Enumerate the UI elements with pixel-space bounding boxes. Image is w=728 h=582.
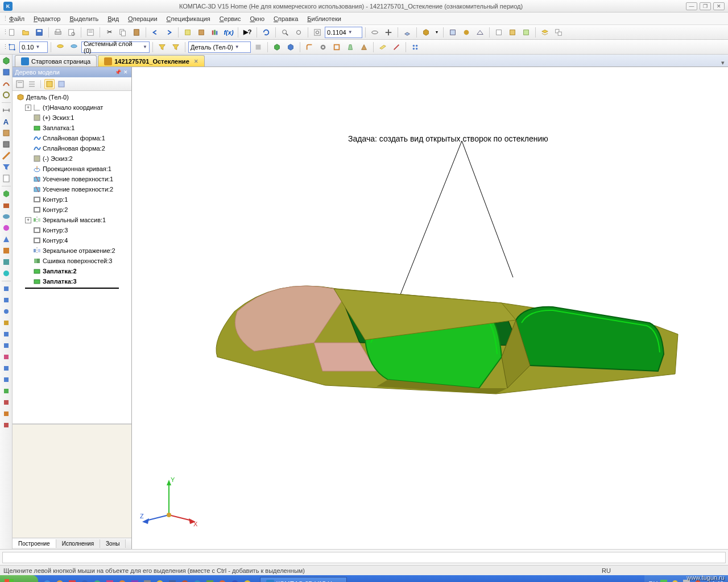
ql-ie-icon[interactable]	[42, 578, 53, 582]
ql-app4-icon[interactable]	[104, 578, 115, 582]
refresh-button[interactable]	[260, 26, 272, 39]
btab-zones[interactable]: Зоны	[100, 539, 126, 548]
preview-button[interactable]	[65, 26, 78, 39]
start-button[interactable]: пуск	[0, 575, 38, 582]
shade-drop-button[interactable]: ▼	[433, 26, 440, 39]
tree-item[interactable]: Сплайновая форма:1	[14, 133, 130, 143]
lt-s7-icon[interactable]	[1, 352, 11, 362]
layers-button[interactable]	[539, 26, 551, 39]
tray-icon-2[interactable]	[671, 579, 680, 582]
lt-op4-icon[interactable]	[1, 223, 11, 233]
lt-s10-icon[interactable]	[1, 386, 11, 396]
menu-help[interactable]: Справка	[269, 14, 303, 23]
menu-spec[interactable]: Спецификация	[162, 14, 215, 23]
lt-param-icon[interactable]	[1, 139, 11, 149]
lt-op8-icon[interactable]	[1, 268, 11, 278]
tree-root[interactable]: Деталь (Тел-0)	[14, 92, 130, 102]
lt-text-icon[interactable]: A	[1, 117, 11, 127]
tree-mode1-button[interactable]	[15, 79, 25, 89]
expand-icon[interactable]: +	[25, 217, 31, 223]
lt-op3-icon[interactable]	[1, 211, 11, 222]
tree-item[interactable]: +(т)Начало координат	[14, 102, 130, 113]
menu-select[interactable]: Выделить	[65, 14, 103, 23]
lt-s2-icon[interactable]	[1, 295, 11, 305]
ql-app12-icon[interactable]	[204, 578, 216, 582]
check-button[interactable]	[506, 26, 519, 39]
zoom-combo[interactable]: 0.1104▼	[325, 27, 362, 38]
part-combo[interactable]: Деталь (Тел-0)▼	[188, 41, 251, 53]
orientation-button[interactable]	[401, 26, 413, 39]
lt-s5-icon[interactable]	[1, 329, 11, 339]
extrude-button[interactable]	[271, 41, 283, 53]
layer-state-button[interactable]	[54, 41, 67, 53]
lt-measure-icon[interactable]	[1, 151, 11, 161]
menu-service[interactable]: Сервис	[215, 14, 246, 23]
copy-button[interactable]	[117, 26, 129, 39]
draft-button[interactable]	[344, 41, 357, 53]
maximize-button[interactable]: ❐	[700, 2, 711, 10]
tree-mode2-button[interactable]	[27, 79, 37, 89]
windows-button[interactable]	[552, 26, 565, 39]
help-button[interactable]: ▶?	[241, 26, 254, 39]
lt-s9-icon[interactable]	[1, 375, 11, 385]
menu-view[interactable]: Вид	[103, 14, 123, 23]
tree-item[interactable]: Контур:3	[14, 225, 130, 235]
ql-desktop-icon[interactable]	[54, 578, 65, 582]
tree-item[interactable]: Сшивка поверхностей:3	[14, 256, 130, 266]
ql-app14-icon[interactable]	[229, 578, 241, 582]
tree-item[interactable]: Проекционная кривая:1	[14, 164, 130, 174]
tree-item[interactable]: Усечение поверхности:1	[14, 174, 130, 184]
paste-button[interactable]	[130, 26, 143, 39]
lt-s1-icon[interactable]	[1, 284, 11, 294]
menu-file[interactable]: Файл	[5, 14, 29, 23]
var-button[interactable]: f(x)	[222, 26, 235, 39]
shell-button[interactable]	[330, 41, 343, 53]
info-button[interactable]	[520, 26, 532, 39]
taskbar-app[interactable]: КОМПАС-3D V15 Ho...	[260, 577, 348, 582]
lt-s12-icon[interactable]	[1, 409, 11, 419]
tree-item[interactable]: Контур:1	[14, 194, 130, 205]
ql-app5-icon[interactable]	[117, 578, 128, 582]
minimize-button[interactable]: —	[686, 2, 697, 10]
lt-filter-icon[interactable]	[1, 162, 11, 172]
simplify-button[interactable]	[460, 26, 473, 39]
tree-show1-button[interactable]	[44, 79, 55, 89]
step-combo[interactable]: 0.10▼	[19, 41, 48, 53]
lt-op1-icon[interactable]	[1, 189, 11, 199]
lt-aux-icon[interactable]	[1, 90, 11, 100]
tree-item[interactable]: (+) Эскиз:1	[14, 113, 130, 123]
zoom-dyn-button[interactable]	[292, 26, 305, 39]
plane-button[interactable]	[377, 41, 389, 53]
hole-button[interactable]	[317, 41, 329, 53]
tree-item[interactable]: Контур:4	[14, 235, 130, 246]
axis-button[interactable]	[390, 41, 403, 53]
menu-edit[interactable]: Редактор	[29, 14, 65, 23]
ql-app10-icon[interactable]	[179, 578, 191, 582]
ql-app2-icon[interactable]	[79, 578, 90, 582]
properties-button[interactable]	[84, 26, 97, 39]
undo-button[interactable]	[149, 26, 162, 39]
new-button[interactable]	[6, 26, 18, 39]
cut-button[interactable]: ✂	[103, 26, 115, 39]
tab-start-page[interactable]: Стартовая страница	[15, 55, 97, 66]
layer-color-button[interactable]	[68, 41, 80, 53]
tree-item[interactable]: Усечение поверхности:2	[14, 184, 130, 194]
tree-item[interactable]: Заплатка:3	[14, 276, 130, 286]
tab-document[interactable]: 1421275701_Остекление ✕	[98, 55, 205, 66]
redo-button[interactable]	[163, 26, 175, 39]
menu-libs[interactable]: Библиотеки	[303, 14, 346, 23]
lt-surface-icon[interactable]	[1, 67, 11, 77]
rebuild-button[interactable]	[493, 26, 505, 39]
close-button[interactable]: ✕	[713, 2, 725, 10]
fillet-button[interactable]	[303, 41, 316, 53]
open-button[interactable]	[19, 26, 32, 39]
lib-button[interactable]	[209, 26, 221, 39]
tree-item[interactable]: (-) Эскиз:2	[14, 153, 130, 164]
rotate-button[interactable]	[369, 26, 381, 39]
menu-window[interactable]: Окно	[246, 14, 270, 23]
lt-op6-icon[interactable]	[1, 246, 11, 256]
pattern-button[interactable]	[409, 41, 421, 53]
zoom-fit-button[interactable]	[311, 26, 324, 39]
3d-viewport[interactable]: Задача: создать вид открытых створок по …	[132, 67, 728, 549]
tab-menu-button[interactable]: ▾	[718, 59, 728, 66]
